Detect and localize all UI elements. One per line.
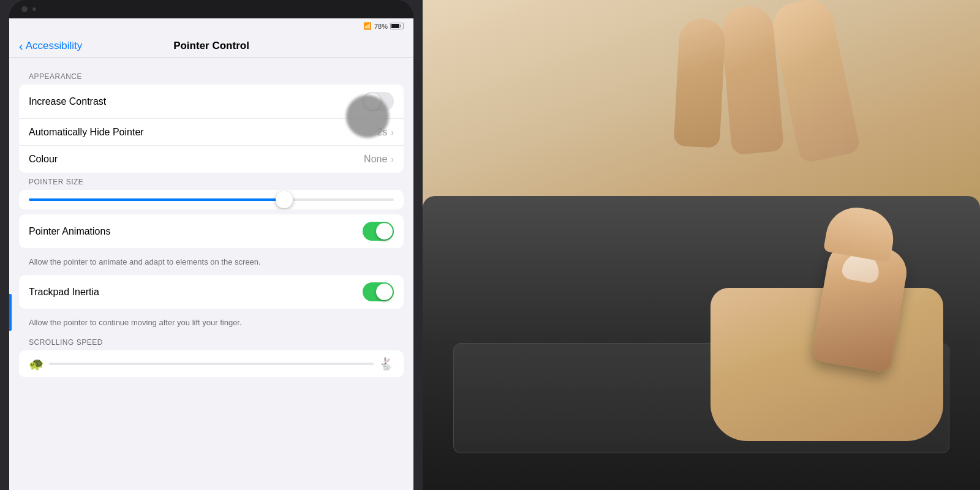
battery-percent: 78% (374, 23, 388, 30)
battery-icon (390, 23, 404, 29)
trackpad-inertia-description: Allow the pointer to continue moving aft… (19, 314, 404, 336)
background-finger-3 (674, 17, 726, 148)
ipad-container: 📶 78% ‹ Accessibility Pointer Control AP… (0, 0, 423, 490)
pointer-size-header: POINTER SIZE (19, 178, 404, 190)
microphone (32, 7, 36, 11)
trackpad-inertia-row[interactable]: Trackpad Inertia (19, 275, 404, 309)
pointer-size-slider-thumb[interactable] (276, 191, 293, 208)
slow-speed-icon: 🐢 (29, 356, 44, 371)
auto-hide-label: Automatically Hide Pointer (29, 127, 144, 138)
battery-tip (400, 24, 401, 28)
pointer-animations-toggle[interactable] (363, 222, 394, 241)
trackpad-inertia-group: Trackpad Inertia (19, 275, 404, 309)
ipad-frame: 📶 78% ‹ Accessibility Pointer Control AP… (9, 0, 413, 490)
appearance-group: Increase Contrast Automatically Hide Poi… (19, 85, 404, 173)
auto-hide-row[interactable]: Automatically Hide Pointer 2s › (19, 119, 404, 146)
photo-panel (423, 0, 980, 490)
colour-chevron: › (391, 154, 394, 164)
pointer-animations-knob (376, 223, 393, 239)
pointer-animations-group: Pointer Animations (19, 214, 404, 248)
colour-label: Colour (29, 154, 58, 165)
pointer-animations-label: Pointer Animations (29, 226, 110, 237)
screen-content: 📶 78% ‹ Accessibility Pointer Control AP… (9, 18, 413, 490)
scrolling-speed-header: SCROLLING SPEED (19, 338, 404, 350)
ipad-top-bar (9, 0, 413, 18)
colour-row[interactable]: Colour None › (19, 146, 404, 173)
increase-contrast-label: Increase Contrast (29, 96, 106, 107)
colour-value: None (364, 154, 387, 165)
trackpad-inertia-knob (376, 284, 393, 300)
trackpad-inertia-label: Trackpad Inertia (29, 287, 99, 298)
photo-background (423, 0, 980, 490)
left-accent-bar (9, 294, 12, 331)
back-button[interactable]: ‹ Accessibility (19, 40, 82, 52)
pointer-size-slider-track (29, 198, 394, 201)
appearance-header: APPEARANCE (19, 72, 404, 85)
fast-speed-icon: 🐇 (379, 356, 394, 371)
camera-area (21, 6, 36, 12)
auto-hide-chevron: › (391, 127, 394, 137)
pointer-size-slider-fill (29, 198, 284, 201)
pointer-animations-row[interactable]: Pointer Animations (19, 214, 404, 248)
scrolling-speed-row: 🐢 🐇 (19, 350, 404, 377)
camera-lens (21, 6, 28, 12)
blur-overlay-circle (346, 95, 389, 138)
colour-right: None › (364, 154, 394, 165)
page-title: Pointer Control (173, 40, 249, 52)
scrolling-speed-slider[interactable] (49, 363, 374, 365)
back-label: Accessibility (26, 40, 83, 52)
battery-fill (391, 24, 399, 28)
pointer-animations-description: Allow the pointer to animate and adapt t… (19, 253, 404, 275)
nav-bar: ‹ Accessibility Pointer Control (9, 32, 413, 58)
back-arrow-icon: ‹ (19, 40, 23, 52)
pointer-size-slider-container (19, 190, 404, 209)
status-bar: 📶 78% (9, 18, 413, 32)
trackpad-inertia-toggle[interactable] (363, 282, 394, 301)
wifi-icon: 📶 (363, 22, 372, 30)
